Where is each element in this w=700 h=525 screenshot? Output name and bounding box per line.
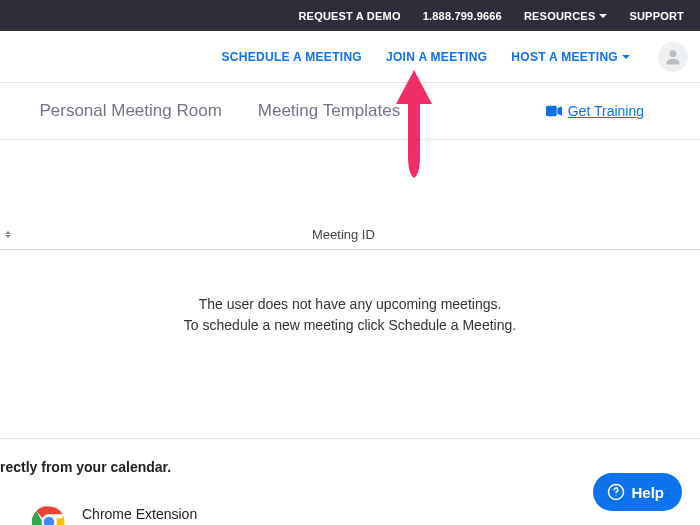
table-col-topic[interactable]: ic <box>0 227 11 242</box>
calendar-headline: rectly from your calendar. <box>0 459 700 475</box>
main-nav: SCHEDULE A MEETING JOIN A MEETING HOST A… <box>0 31 700 83</box>
empty-line1: The user does not have any upcoming meet… <box>0 294 700 315</box>
tab-meeting-templates[interactable]: Meeting Templates <box>258 101 400 121</box>
svg-point-6 <box>616 495 617 496</box>
chrome-icon <box>32 505 66 525</box>
join-meeting-link[interactable]: JOIN A MEETING <box>386 50 487 64</box>
user-icon <box>663 47 683 67</box>
extension-title: Chrome Extension <box>82 506 197 522</box>
sub-nav-tabs: ngs Personal Meeting Room Meeting Templa… <box>0 83 700 140</box>
phone-link[interactable]: 1.888.799.9666 <box>423 10 502 22</box>
help-icon <box>607 483 625 501</box>
support-link[interactable]: SUPPORT <box>629 10 684 22</box>
help-label: Help <box>631 484 664 501</box>
svg-point-0 <box>670 50 677 57</box>
user-avatar[interactable] <box>658 42 688 72</box>
empty-state: The user does not have any upcoming meet… <box>0 294 700 336</box>
help-button[interactable]: Help <box>593 473 682 511</box>
empty-line2: To schedule a new meeting click Schedule… <box>0 315 700 336</box>
sort-icon <box>5 231 11 238</box>
section-divider <box>0 438 700 439</box>
meetings-table-header: ic Meeting ID <box>0 220 700 250</box>
host-meeting-label: HOST A MEETING <box>511 50 618 64</box>
top-utility-bar: REQUEST A DEMO 1.888.799.9666 RESOURCES … <box>0 0 700 31</box>
schedule-meeting-link[interactable]: SCHEDULE A MEETING <box>221 50 362 64</box>
resources-dropdown[interactable]: RESOURCES <box>524 10 607 22</box>
chrome-extension-row: Chrome Extension Download <box>32 505 700 525</box>
host-meeting-dropdown[interactable]: HOST A MEETING <box>511 50 630 64</box>
get-training-label: Get Training <box>568 103 644 119</box>
caret-down-icon <box>622 55 630 59</box>
caret-down-icon <box>599 14 607 18</box>
get-training-link[interactable]: Get Training <box>546 103 644 119</box>
svg-rect-1 <box>546 106 557 117</box>
resources-label: RESOURCES <box>524 10 595 22</box>
request-demo-link[interactable]: REQUEST A DEMO <box>298 10 400 22</box>
tab-personal-meeting-room[interactable]: Personal Meeting Room <box>39 101 221 121</box>
table-col-meeting-id: Meeting ID <box>312 227 375 242</box>
video-icon <box>546 105 562 117</box>
